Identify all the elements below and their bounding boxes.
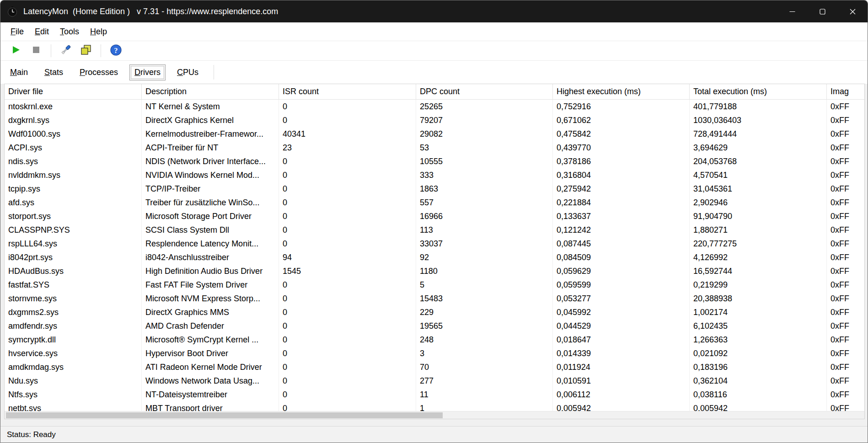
start-monitor-button[interactable] bbox=[6, 42, 26, 59]
table-row[interactable]: HDAudBus.sysHigh Definition Audio Bus Dr… bbox=[5, 264, 864, 278]
table-cell: Microsoft NVM Express Storp... bbox=[142, 292, 279, 305]
column-header-0[interactable]: Driver file bbox=[5, 84, 142, 100]
table-row[interactable]: Wdf01000.sysKernelmodustreiber-Framewor.… bbox=[5, 127, 864, 141]
column-header-6[interactable]: Imag bbox=[827, 84, 864, 100]
table-cell: 0 bbox=[279, 319, 416, 333]
table-row[interactable]: storport.sysMicrosoft Storage Port Drive… bbox=[5, 209, 864, 223]
tab-main[interactable]: Main bbox=[5, 64, 33, 80]
window-title: LatencyMon (Home Edition ) v 7.31 - http… bbox=[23, 7, 278, 16]
table-cell: 0xFF bbox=[827, 388, 864, 401]
table-row[interactable]: hvservice.sysHypervisor Boot Driver030,0… bbox=[5, 347, 864, 360]
table-cell: nvlddmkm.sys bbox=[5, 168, 142, 182]
options-button[interactable] bbox=[56, 42, 76, 59]
table-row[interactable]: afd.sysTreiber für zusätzliche WinSo...0… bbox=[5, 196, 864, 209]
table-cell: 33037 bbox=[416, 237, 553, 251]
tab-processes[interactable]: Processes bbox=[75, 64, 123, 80]
table-row[interactable]: stornvme.sysMicrosoft NVM Express Storp.… bbox=[5, 292, 864, 305]
table-row[interactable]: Ndu.sysWindows Network Data Usag...02770… bbox=[5, 374, 864, 388]
table-cell: 20,388938 bbox=[690, 292, 827, 305]
table-cell: 0 bbox=[279, 374, 416, 388]
table-row[interactable]: ntoskrnl.exeNT Kernel & System0252650,75… bbox=[5, 100, 864, 113]
column-header-2[interactable]: ISR count bbox=[279, 84, 416, 100]
table-cell: netbt.sys bbox=[5, 401, 142, 411]
column-header-3[interactable]: DPC count bbox=[416, 84, 553, 100]
table-row[interactable]: ndis.sysNDIS (Network Driver Interface..… bbox=[5, 155, 864, 168]
table-cell: High Definition Audio Bus Driver bbox=[142, 264, 279, 278]
table-cell: amdfendr.sys bbox=[5, 319, 142, 333]
column-header-4[interactable]: Highest execution (ms) bbox=[553, 84, 690, 100]
titlebar[interactable]: LatencyMon (Home Edition ) v 7.31 - http… bbox=[0, 0, 868, 22]
table-row[interactable]: dxgkrnl.sysDirectX Graphics Kernel079207… bbox=[5, 113, 864, 127]
table-cell: i8042prt.sys bbox=[5, 251, 142, 264]
table-cell: 31,045361 bbox=[690, 182, 827, 196]
table-cell: 0xFF bbox=[827, 305, 864, 319]
table-cell: Windows Network Data Usag... bbox=[142, 374, 279, 388]
table-cell: 0,045992 bbox=[553, 305, 690, 319]
horizontal-scrollbar[interactable] bbox=[5, 411, 864, 419]
tab-stats[interactable]: Stats bbox=[39, 64, 68, 80]
table-row[interactable]: symcryptk.dllMicrosoft® SymCrypt Kernel … bbox=[5, 333, 864, 347]
table-cell: 220,777275 bbox=[690, 237, 827, 251]
table-row[interactable]: tcpip.sysTCP/IP-Treiber018630,27594231,0… bbox=[5, 182, 864, 196]
table-cell: 0xFF bbox=[827, 333, 864, 347]
table-cell: fastfat.SYS bbox=[5, 278, 142, 292]
tab-cpus[interactable]: CPUs bbox=[172, 64, 204, 80]
table-row[interactable]: i8042prt.sysi8042-Anschlusstreiber94920,… bbox=[5, 251, 864, 264]
help-button[interactable]: ? bbox=[106, 42, 126, 59]
table-cell: 91,904790 bbox=[690, 209, 827, 223]
tab-drivers[interactable]: Drivers bbox=[129, 64, 166, 80]
minimize-button[interactable] bbox=[777, 0, 807, 22]
table-cell: 0 bbox=[279, 168, 416, 182]
screwdriver-icon bbox=[59, 43, 72, 58]
table-cell: 19565 bbox=[416, 319, 553, 333]
table-cell: 29082 bbox=[416, 127, 553, 141]
table-row[interactable]: rspLLL64.sysResplendence Latency Monit..… bbox=[5, 237, 864, 251]
menu-help[interactable]: Help bbox=[85, 25, 113, 38]
table-row[interactable]: amdfendr.sysAMD Crash Defender0195650,04… bbox=[5, 319, 864, 333]
table-row[interactable]: Ntfs.sysNT-Dateisystemtreiber0110,006112… bbox=[5, 388, 864, 401]
table-cell: 0,021092 bbox=[690, 347, 827, 360]
table-cell: 0,221884 bbox=[553, 196, 690, 209]
table-cell: 277 bbox=[416, 374, 553, 388]
table-cell: 0,121242 bbox=[553, 223, 690, 237]
play-icon bbox=[11, 45, 21, 57]
table-cell: 1,002174 bbox=[690, 305, 827, 319]
table-cell: 0xFF bbox=[827, 360, 864, 374]
table-row[interactable]: CLASSPNP.SYSSCSI Class System Dll01130,1… bbox=[5, 223, 864, 237]
table-row[interactable]: amdkmdag.sysATI Radeon Kernel Mode Drive… bbox=[5, 360, 864, 374]
table-cell: AMD Crash Defender bbox=[142, 319, 279, 333]
menu-tools[interactable]: Tools bbox=[54, 25, 85, 38]
table-cell: DirectX Graphics Kernel bbox=[142, 113, 279, 127]
table-cell: 0,053277 bbox=[553, 292, 690, 305]
table-row[interactable]: netbt.sysMBT Transport driver010,0059420… bbox=[5, 401, 864, 411]
table-cell: 0xFF bbox=[827, 155, 864, 168]
table-row[interactable]: fastfat.SYSFast FAT File System Driver05… bbox=[5, 278, 864, 292]
table-row[interactable]: nvlddmkm.sysNVIDIA Windows Kernel Mod...… bbox=[5, 168, 864, 182]
table-cell: 0,006112 bbox=[553, 388, 690, 401]
table-cell: 0xFF bbox=[827, 401, 864, 411]
close-button[interactable] bbox=[837, 0, 868, 22]
drivers-table: Driver fileDescriptionISR countDPC count… bbox=[4, 84, 865, 419]
table-cell: 4,126992 bbox=[690, 251, 827, 264]
table-cell: 1180 bbox=[416, 264, 553, 278]
table-cell: 2,902946 bbox=[690, 196, 827, 209]
table-cell: Treiber für zusätzliche WinSo... bbox=[142, 196, 279, 209]
table-cell: 0,059629 bbox=[553, 264, 690, 278]
stop-monitor-button[interactable] bbox=[26, 42, 46, 59]
scrollbar-thumb[interactable] bbox=[6, 412, 443, 418]
table-cell: 0 bbox=[279, 278, 416, 292]
maximize-button[interactable] bbox=[807, 0, 837, 22]
table-row[interactable]: dxgmms2.sysDirectX Graphics MMS02290,045… bbox=[5, 305, 864, 319]
table-cell: 0 bbox=[279, 401, 416, 411]
table-row[interactable]: ACPI.sysACPI-Treiber für NT23530,4397703… bbox=[5, 141, 864, 155]
table-cell: 0,059599 bbox=[553, 278, 690, 292]
table-cell: 0 bbox=[279, 237, 416, 251]
menu-edit[interactable]: Edit bbox=[29, 25, 54, 38]
report-button[interactable] bbox=[76, 42, 96, 59]
table-cell: 4,570541 bbox=[690, 168, 827, 182]
table-cell: 0,752916 bbox=[553, 100, 690, 113]
column-header-1[interactable]: Description bbox=[142, 84, 279, 100]
column-header-5[interactable]: Total execution (ms) bbox=[690, 84, 827, 100]
table-cell: 25265 bbox=[416, 100, 553, 113]
menu-file[interactable]: File bbox=[5, 25, 29, 38]
